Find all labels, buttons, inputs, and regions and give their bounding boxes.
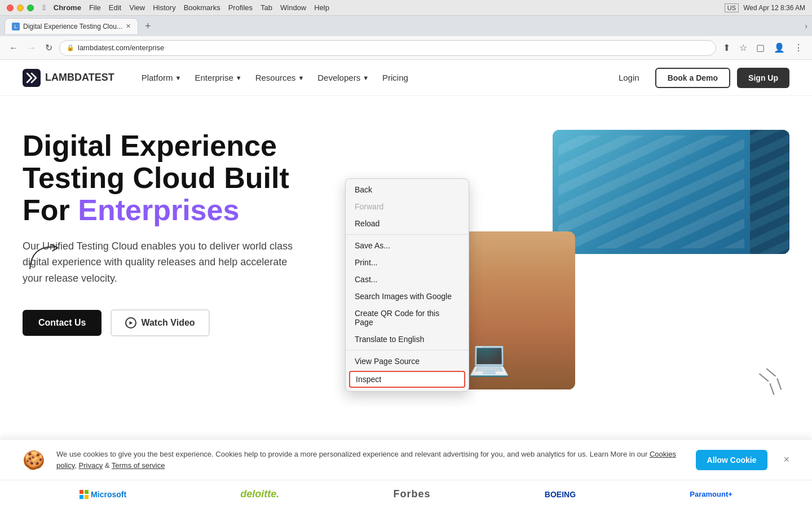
- nav-enterprise[interactable]: Enterprise ▼: [195, 73, 241, 82]
- address-bar[interactable]: 🔒 lambdatest.com/enterprise: [59, 40, 716, 56]
- cookie-banner: 🍪 We use cookies to give you the best ex…: [0, 439, 812, 480]
- signup-button[interactable]: Sign Up: [737, 68, 789, 88]
- hero-title-highlight: Enterprises: [78, 194, 239, 226]
- tabs-chevron[interactable]: ›: [805, 21, 807, 30]
- logo-text: LAMBDATEST: [45, 72, 114, 84]
- contact-us-button[interactable]: Contact Us: [23, 310, 102, 336]
- share-button[interactable]: ⬆: [721, 40, 732, 55]
- logo-icon: [23, 69, 41, 87]
- developers-label: Developers: [317, 73, 360, 82]
- stripe-decoration: \ \/ /: [762, 366, 782, 397]
- flag-icon: US: [725, 3, 739, 12]
- nav-developers[interactable]: Developers ▼: [317, 73, 369, 82]
- context-menu[interactable]: Back Forward Reload Save As... Print... …: [345, 178, 469, 392]
- profile-button[interactable]: 👤: [771, 40, 787, 55]
- forward-button[interactable]: →: [25, 41, 38, 55]
- ctx-back[interactable]: Back: [346, 181, 469, 198]
- active-tab[interactable]: L Digital Experience Testing Clou... ✕: [5, 18, 138, 34]
- maximize-button[interactable]: [27, 5, 34, 11]
- brands-strip: Microsoft deloitte. Forbes BOEING Paramo…: [0, 480, 812, 508]
- system-tray: US Wed Apr 12 8:36 AM: [725, 3, 805, 12]
- privacy-link[interactable]: Privacy: [79, 461, 103, 470]
- ctx-view-source[interactable]: View Page Source: [346, 353, 469, 370]
- bookmarks-menu[interactable]: Bookmarks: [184, 3, 220, 12]
- view-menu[interactable]: View: [129, 3, 145, 12]
- nav-pricing[interactable]: Pricing: [382, 73, 408, 82]
- edit-menu[interactable]: Edit: [109, 3, 121, 12]
- login-button[interactable]: Login: [610, 68, 648, 87]
- boeing-logo: BOEING: [545, 490, 576, 499]
- platform-arrow: ▼: [175, 75, 182, 81]
- allow-cookie-button[interactable]: Allow Cookie: [696, 450, 768, 470]
- ctx-reload[interactable]: Reload: [346, 215, 469, 232]
- reload-button[interactable]: ↻: [43, 40, 55, 55]
- url-display: lambdatest.com/enterprise: [78, 43, 164, 52]
- minimize-button[interactable]: [17, 5, 24, 11]
- terms-link[interactable]: Terms of service: [112, 461, 165, 470]
- ssl-lock-icon: 🔒: [67, 44, 74, 51]
- chrome-menu[interactable]: Chrome: [54, 3, 81, 12]
- new-tab-button[interactable]: +: [140, 20, 156, 32]
- deloitte-logo: deloitte.: [240, 488, 279, 500]
- ctx-search-images[interactable]: Search Images with Google: [346, 288, 469, 305]
- resources-label: Resources: [255, 73, 296, 82]
- browser-actions: ⬆ ☆ ▢ 👤 ⋮: [721, 40, 805, 55]
- close-button[interactable]: [7, 5, 14, 11]
- file-menu[interactable]: File: [89, 3, 101, 12]
- traffic-lights[interactable]: [7, 5, 34, 11]
- play-icon: ►: [125, 317, 136, 329]
- forbes-logo: Forbes: [394, 488, 431, 500]
- hero-title-line1: Digital Experience: [23, 129, 277, 162]
- ctx-print[interactable]: Print...: [346, 254, 469, 271]
- nav-resources[interactable]: Resources ▼: [255, 73, 304, 82]
- hero-title-line3: For: [23, 194, 78, 226]
- nav-right-actions: Login Book a Demo Sign Up: [610, 68, 789, 88]
- ctx-separator-2: [346, 350, 469, 351]
- bookmark-button[interactable]: ☆: [737, 40, 749, 55]
- ctx-separator-1: [346, 234, 469, 235]
- hero-image-top: [553, 130, 789, 254]
- hero-buttons: Contact Us ► Watch Video: [23, 309, 338, 336]
- tab-close-button[interactable]: ✕: [126, 23, 131, 30]
- ctx-create-qr[interactable]: Create QR Code for this Page: [346, 305, 469, 331]
- watch-video-button[interactable]: ► Watch Video: [111, 309, 209, 336]
- ctx-inspect[interactable]: Inspect: [349, 371, 465, 388]
- resources-arrow: ▼: [298, 75, 304, 81]
- help-menu[interactable]: Help: [314, 3, 329, 12]
- more-button[interactable]: ⋮: [792, 40, 805, 55]
- ctx-forward: Forward: [346, 198, 469, 215]
- hero-title: Digital Experience Testing Cloud Built F…: [23, 130, 338, 227]
- platform-label: Platform: [142, 73, 173, 82]
- nav-links: Platform ▼ Enterprise ▼ Resources ▼ Deve…: [142, 73, 408, 82]
- back-button[interactable]: ←: [7, 41, 20, 55]
- apple-menu[interactable]: : [43, 3, 46, 12]
- ctx-translate[interactable]: Translate to English: [346, 331, 469, 348]
- enterprise-label: Enterprise: [195, 73, 233, 82]
- tab-menu[interactable]: Tab: [261, 3, 272, 12]
- site-logo[interactable]: LAMBDATEST: [23, 69, 114, 87]
- arrow-decoration: [20, 234, 71, 281]
- time-display: Wed Apr 12 8:36 AM: [743, 4, 805, 12]
- pricing-label: Pricing: [382, 73, 408, 82]
- menu-bar:  Chrome File Edit View History Bookmark…: [43, 3, 329, 12]
- profiles-menu[interactable]: Profiles: [228, 3, 253, 12]
- tab-favicon: L: [12, 23, 20, 30]
- split-view-button[interactable]: ▢: [754, 40, 767, 55]
- ctx-cast[interactable]: Cast...: [346, 271, 469, 288]
- hero-left: Digital Experience Testing Cloud Built F…: [23, 130, 338, 401]
- window-menu[interactable]: Window: [280, 3, 306, 12]
- paramount-logo: Paramount+: [690, 490, 732, 498]
- cookie-icon: 🍪: [23, 449, 45, 471]
- book-demo-button[interactable]: Book a Demo: [655, 68, 730, 88]
- cookie-close-button[interactable]: ×: [783, 454, 789, 466]
- hero-title-line2: Testing Cloud Built: [23, 161, 289, 194]
- website-content: LAMBDATEST Platform ▼ Enterprise ▼ Resou…: [0, 60, 812, 508]
- developers-arrow: ▼: [363, 75, 369, 81]
- nav-platform[interactable]: Platform ▼: [142, 73, 182, 82]
- ctx-save-as[interactable]: Save As...: [346, 237, 469, 254]
- tab-bar: L Digital Experience Testing Clou... ✕ +…: [0, 16, 812, 36]
- history-menu[interactable]: History: [153, 3, 175, 12]
- tab-title: Digital Experience Testing Clou...: [23, 23, 122, 30]
- watch-video-label: Watch Video: [141, 318, 195, 328]
- cookie-text: We use cookies to give you the best expe…: [56, 449, 685, 471]
